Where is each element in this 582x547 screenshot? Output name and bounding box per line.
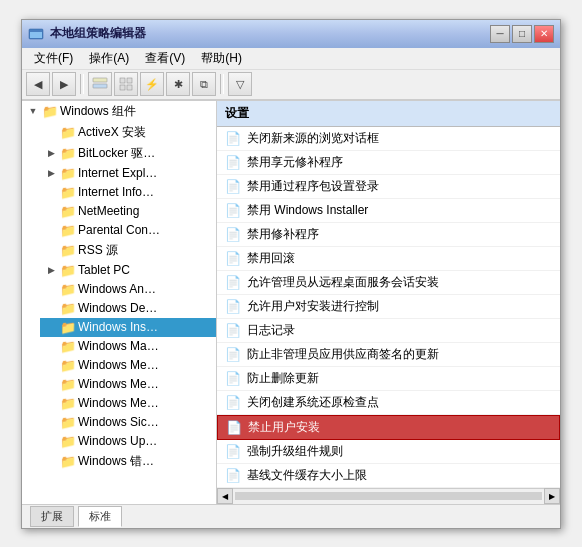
tree-item-bitlocker[interactable]: ▶ 📁 BitLocker 驱… <box>40 143 216 164</box>
restore-button[interactable]: □ <box>512 25 532 43</box>
tab-extended[interactable]: 扩展 <box>30 506 74 527</box>
list-item-2[interactable]: 📄 禁用通过程序包设置登录 <box>217 175 560 199</box>
list-item-6[interactable]: 📄 允许管理员从远程桌面服务会话安装 <box>217 271 560 295</box>
list-item-12[interactable]: 📄 禁止用户安装 <box>217 415 560 440</box>
list-item-8[interactable]: 📄 日志记录 <box>217 319 560 343</box>
toggle <box>44 396 58 410</box>
content-area: ▼ 📁 Windows 组件 📁 ActiveX 安装 ▶ 📁 BitLocke… <box>22 100 560 504</box>
list-item-9[interactable]: 📄 防止非管理员应用供应商签名的更新 <box>217 343 560 367</box>
tree-item-windowsup[interactable]: 📁 Windows Up… <box>40 432 216 451</box>
menu-help[interactable]: 帮助(H) <box>193 48 250 69</box>
toggle <box>44 243 58 257</box>
tree-item-windowsme1[interactable]: 📁 Windows Me… <box>40 356 216 375</box>
folder-icon: 📁 <box>60 396 76 411</box>
label: Windows Up… <box>78 434 157 448</box>
tree-item-rss[interactable]: 📁 RSS 源 <box>40 240 216 261</box>
item-label: 禁止用户安装 <box>248 419 320 436</box>
tree-item-activex[interactable]: 📁 ActiveX 安装 <box>40 122 216 143</box>
menu-view[interactable]: 查看(V) <box>137 48 193 69</box>
item-label: 日志记录 <box>247 322 295 339</box>
item-label: 关闭创建系统还原检查点 <box>247 394 379 411</box>
toolbar-btn-7[interactable]: ⧉ <box>192 72 216 96</box>
toolbar-btn-4[interactable] <box>114 72 138 96</box>
scroll-right-btn[interactable]: ▶ <box>544 488 560 504</box>
list-item-10[interactable]: 📄 防止删除更新 <box>217 367 560 391</box>
folder-icon: 📁 <box>60 377 76 392</box>
toggle <box>44 301 58 315</box>
tree-label: Windows 组件 <box>60 103 136 120</box>
tree-item-windows-components[interactable]: ▼ 📁 Windows 组件 <box>22 101 216 122</box>
toggle <box>44 204 58 218</box>
svg-rect-8 <box>127 85 132 90</box>
svg-rect-3 <box>93 78 107 82</box>
label: Windows 错… <box>78 453 154 470</box>
tree-item-windowsme3[interactable]: 📁 Windows Me… <box>40 394 216 413</box>
item-icon: 📄 <box>225 299 241 314</box>
scroll-left-btn[interactable]: ◀ <box>217 488 233 504</box>
list-item-5[interactable]: 📄 禁用回滚 <box>217 247 560 271</box>
tree-item-windowsde[interactable]: 📁 Windows De… <box>40 299 216 318</box>
toggle <box>44 377 58 391</box>
list-item-4[interactable]: 📄 禁用修补程序 <box>217 223 560 247</box>
label: Windows De… <box>78 301 157 315</box>
item-label: 允许管理员从远程桌面服务会话安装 <box>247 274 439 291</box>
list-item-7[interactable]: 📄 允许用户对安装进行控制 <box>217 295 560 319</box>
tree-item-windowsan[interactable]: 📁 Windows An… <box>40 280 216 299</box>
tree-item-tabletpc[interactable]: ▶ 📁 Tablet PC <box>40 261 216 280</box>
tree-item-ie[interactable]: ▶ 📁 Internet Expl… <box>40 164 216 183</box>
list-item-13[interactable]: 📄 强制升级组件规则 <box>217 440 560 464</box>
bottom-tabs: 扩展 标准 <box>30 506 122 527</box>
tree-item-windowserr[interactable]: 📁 Windows 错… <box>40 451 216 472</box>
list-item-11[interactable]: 📄 关闭创建系统还原检查点 <box>217 391 560 415</box>
label: Internet Info… <box>78 185 154 199</box>
folder-icon: 📁 <box>60 301 76 316</box>
menu-action[interactable]: 操作(A) <box>81 48 137 69</box>
forward-button[interactable]: ▶ <box>52 72 76 96</box>
left-panel: ▼ 📁 Windows 组件 📁 ActiveX 安装 ▶ 📁 BitLocke… <box>22 101 217 504</box>
list-item-1[interactable]: 📄 禁用享元修补程序 <box>217 151 560 175</box>
toolbar: ◀ ▶ ⚡ ✱ ⧉ ▽ <box>22 70 560 100</box>
tree-item-windowsme2[interactable]: 📁 Windows Me… <box>40 375 216 394</box>
item-icon: 📄 <box>225 203 241 218</box>
back-button[interactable]: ◀ <box>26 72 50 96</box>
right-header: 设置 <box>217 101 560 127</box>
filter-button[interactable]: ▽ <box>228 72 252 96</box>
item-icon: 📄 <box>225 155 241 170</box>
label: Parental Con… <box>78 223 160 237</box>
label: ActiveX 安装 <box>78 124 146 141</box>
toolbar-btn-6[interactable]: ✱ <box>166 72 190 96</box>
item-icon: 📄 <box>225 395 241 410</box>
close-button[interactable]: ✕ <box>534 25 554 43</box>
toolbar-btn-3[interactable] <box>88 72 112 96</box>
toggle <box>44 185 58 199</box>
title-bar-left: 本地组策略编辑器 <box>28 25 146 42</box>
tree-item-parental[interactable]: 📁 Parental Con… <box>40 221 216 240</box>
tab-standard[interactable]: 标准 <box>78 506 122 527</box>
toolbar-separator-2 <box>220 74 224 94</box>
tree-children: 📁 ActiveX 安装 ▶ 📁 BitLocker 驱… ▶ 📁 Intern… <box>22 122 216 472</box>
menu-file[interactable]: 文件(F) <box>26 48 81 69</box>
horizontal-scrollbar[interactable]: ◀ ▶ <box>217 488 560 504</box>
title-bar: 本地组策略编辑器 ─ □ ✕ <box>22 20 560 48</box>
item-icon: 📄 <box>225 371 241 386</box>
toggle <box>44 358 58 372</box>
toolbar-separator-1 <box>80 74 84 94</box>
list-item-14[interactable]: 📄 基线文件缓存大小上限 <box>217 464 560 488</box>
item-icon: 📄 <box>225 275 241 290</box>
item-label: 允许用户对安装进行控制 <box>247 298 379 315</box>
tree-item-windowsins[interactable]: 📁 Windows Ins… <box>40 318 216 337</box>
toggle <box>44 434 58 448</box>
item-icon: 📄 <box>225 227 241 242</box>
list-item-3[interactable]: 📄 禁用 Windows Installer <box>217 199 560 223</box>
minimize-button[interactable]: ─ <box>490 25 510 43</box>
tree-item-windowsma1[interactable]: 📁 Windows Ma… <box>40 337 216 356</box>
tree-item-iis[interactable]: 📁 Internet Info… <box>40 183 216 202</box>
toggle <box>44 223 58 237</box>
svg-rect-4 <box>93 84 107 88</box>
folder-icon: 📁 <box>60 358 76 373</box>
toolbar-btn-5[interactable]: ⚡ <box>140 72 164 96</box>
tree-item-windowssic[interactable]: 📁 Windows Sic… <box>40 413 216 432</box>
list-item-0[interactable]: 📄 关闭新来源的浏览对话框 <box>217 127 560 151</box>
tree-item-netmeeting[interactable]: 📁 NetMeeting <box>40 202 216 221</box>
folder-icon: 📁 <box>60 415 76 430</box>
